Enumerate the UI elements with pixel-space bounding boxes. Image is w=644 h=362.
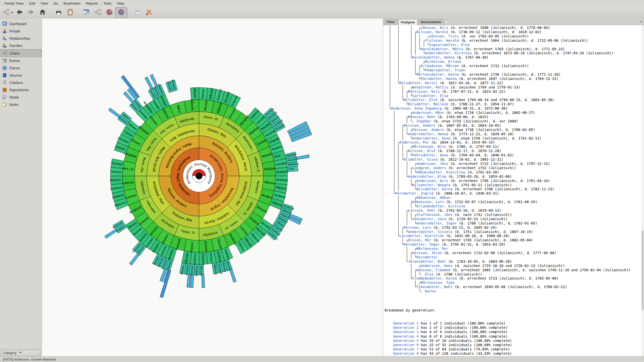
person-link[interactable]: Andersdotter, Anna [412,136,451,140]
fan-chart-full-button[interactable] [115,7,127,18]
fan-chart-button[interactable] [104,8,115,18]
fan-sector[interactable] [202,275,205,288]
person-link[interactable]: Jönsson, Truls [429,34,459,38]
fan-sector[interactable] [108,108,120,118]
menu-edit[interactable]: Edit [26,1,38,6]
configure-view-button[interactable] [80,8,92,18]
menu-go[interactable]: Go [51,1,61,6]
panel-menu-arrow-icon[interactable]: ▾ [640,20,642,23]
person-link[interactable]: Månsson, Pehr [408,115,436,119]
person-link[interactable]: Pehrsdotter, Anna [412,153,448,157]
person-link[interactable]: Nilsdotter, Bengta [412,183,451,187]
person-link[interactable]: Pärsson, Anders [412,128,444,132]
panel-scrollbar[interactable] [641,25,644,356]
person-link[interactable]: Andersdotter, Sissela [408,230,453,234]
panel-scrollbar-thumb[interactable] [642,231,643,310]
sidebar-item-citations[interactable]: Citations [0,79,42,86]
person-link[interactable]: Haraldsdotter, Hanna [412,55,455,59]
fan-sector[interactable] [190,275,194,288]
person-link[interactable]: Ingvarsdotter, Elna [429,43,469,47]
person-link[interactable]: Håkansson, Håkan [416,196,450,200]
person-link[interactable]: Nilsson, Harald [416,30,448,34]
person-link[interactable]: Håkansdotter, Kierstina [416,170,465,174]
person-link[interactable]: Olsdotter, Sissa [404,157,438,161]
person-link[interactable]: , Elsa [421,272,433,276]
generation-link[interactable]: Generation 7 [393,347,419,351]
tools-button[interactable] [143,8,155,18]
generation-link[interactable]: Generation 8 [393,351,419,355]
person-link[interactable]: Andersdotter, Elna [408,174,446,178]
person-link[interactable]: Lundgren, Anders [412,166,446,170]
generation-link[interactable]: Generation 5 [393,339,419,343]
person-link[interactable]: Andersson, Anna Ingeborg [391,106,442,110]
person-link[interactable]: Persdotter, Ingrid [395,191,433,195]
person-link[interactable]: Andersdotter, Ingar [416,221,457,225]
tab-descendants[interactable]: Descendants [418,19,444,25]
tree-view-button[interactable] [92,8,104,18]
fan-sector[interactable] [105,229,117,239]
menu-family-trees[interactable]: Family Trees [2,1,26,6]
person-link[interactable]: Andersson, Hans [421,264,452,268]
person-link[interactable]: Pedersdotter, Truen [425,68,465,72]
person-link[interactable]: Andersdotter, Kirstina [425,51,471,55]
tab-filter[interactable]: Filter [384,19,398,25]
sidebar-item-people[interactable]: People [0,27,42,35]
person-link[interactable]: Carlsdotter, Elsa [412,94,448,98]
sidebar-item-charts[interactable]: Charts [0,49,42,57]
fan-sector[interactable] [230,269,236,282]
generation-link[interactable]: Generation 2 [393,326,419,330]
fan-sector[interactable] [160,270,171,298]
person-link[interactable]: Hansson, Clemmed [416,268,450,272]
person-link[interactable]: Michelson, Erland [425,60,461,64]
person-link[interactable]: Trulsson, Harald [425,38,459,42]
person-link[interactable]: Andersson, Måns [412,111,444,115]
person-link[interactable]: Jönsdotter, Sara [412,217,446,221]
person-link[interactable]: Andersson, Nils [416,179,448,183]
generation-link[interactable]: Generation 1 [393,321,419,325]
person-link[interactable]: Mårtensson, Per [416,247,448,251]
person-link[interactable]: Mattisson, Nils [408,89,440,94]
generation-link[interactable]: Generation 3 [393,330,419,334]
person-link[interactable]: Nilsdotter, Kersti [399,81,438,85]
sidebar-item-sources[interactable]: Sources [0,72,42,79]
menu-help[interactable]: Help [114,1,127,6]
person-link[interactable]: Larsdotter, Kjerstine [399,234,444,238]
person-link[interactable]: , Ingebor [412,119,431,123]
menu-view[interactable]: View [38,1,51,6]
generation-link[interactable]: Generation 4 [393,334,419,338]
person-link[interactable]: Nilsdotter, Karna [416,187,452,191]
print-button[interactable] [53,8,64,18]
person-link[interactable]: Jönsson, Nils [421,26,448,30]
report-button[interactable] [132,8,143,18]
menu-bookmarks[interactable]: Bookmarks [61,1,84,6]
person-link[interactable]: Persson, Jöran [412,251,442,255]
generation-link[interactable]: Generation 6 [393,343,419,347]
back-button[interactable] [14,8,25,18]
person-link[interactable]: Mårtensdotter, Karna [416,72,459,76]
person-link[interactable]: , Karna [421,289,435,293]
person-link[interactable]: Jöransdotter, Bohl [408,259,446,263]
fan-sector[interactable] [296,155,309,160]
sidebar-item-notes[interactable]: Notes [0,101,42,108]
sidebar-item-media[interactable]: Media [0,94,42,101]
person-link[interactable]: Persdotter [416,255,437,259]
fan-chart-svg[interactable]: Andersson, Anna IngeborgAndersson, Algot… [42,19,383,356]
person-link[interactable]: Håkansson, Lars [412,200,444,204]
person-link[interactable]: Larsson, Pehr [408,208,436,212]
sidebar-item-events[interactable]: 24Events [0,57,42,64]
menu-reports[interactable]: Reports [83,1,101,6]
sidebar-item-relationships[interactable]: Relationships [0,35,42,42]
sidebar-item-repositories[interactable]: Repositories [0,86,42,94]
person-link[interactable]: Andersson, Jöns [416,162,448,166]
sidebar-item-dashboard[interactable]: Dashboard [0,20,42,27]
menu-tools[interactable]: Tools [101,1,114,6]
family-tree-dropdown-button[interactable] [2,8,14,18]
person-link[interactable]: Olsson, Per [408,238,431,242]
person-link[interactable]: Mårtensson, Nils [412,145,446,149]
clipboard-button[interactable] [64,8,76,18]
person-link[interactable]: Bengtsson, Mattis [412,85,448,89]
person-link[interactable]: Haraldsdotter, Mätta [421,47,463,51]
sidebar-item-families[interactable]: Families [0,42,42,49]
person-link[interactable]: Clemmedsdotter, Karna [412,276,457,280]
person-link[interactable]: Nilsson, Oluf [408,149,436,153]
